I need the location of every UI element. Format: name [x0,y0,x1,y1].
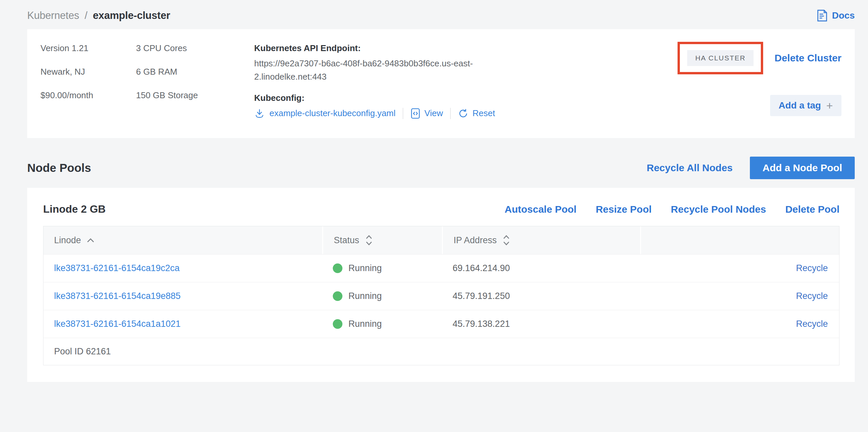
nodes-table-header: Linode Status [43,226,839,254]
sort-ascending-icon [86,238,95,243]
column-header-actions [640,226,839,254]
column-header-linode[interactable]: Linode [43,226,322,254]
resize-pool-button[interactable]: Resize Pool [596,204,651,215]
breadcrumb: Kubernetes / example-cluster [27,10,170,22]
recycle-node-button[interactable]: Recycle [796,319,828,329]
column-header-linode-label: Linode [54,235,81,246]
node-pools-title: Node Pools [27,161,91,175]
breadcrumb-kubernetes-link[interactable]: Kubernetes [27,10,79,21]
recycle-node-button[interactable]: Recycle [796,263,828,273]
ip-address: 45.79.191.250 [453,291,510,301]
recycle-node-button[interactable]: Recycle [796,291,828,301]
cluster-version: Version 1.21 [40,43,136,54]
column-header-ip-address[interactable]: IP Address [442,226,640,254]
table-footer: Pool ID 62161 [43,338,839,365]
cluster-specs-column-2: 3 CPU Cores 6 GB RAM 150 GB Storage [136,43,254,123]
column-header-status[interactable]: Status [322,226,442,254]
cluster-storage: 150 GB Storage [136,90,254,100]
pool-name: Linode 2 GB [43,203,105,215]
sort-both-icon [365,234,373,246]
node-link[interactable]: lke38731-62161-6154ca1a1021 [54,319,181,329]
view-label: View [424,108,443,119]
delete-pool-button[interactable]: Delete Pool [785,204,839,215]
api-endpoint-label: Kubernetes API Endpoint: [254,43,506,54]
kubeconfig-view-button[interactable]: View [410,108,443,119]
download-icon [254,108,265,119]
reset-icon [458,108,468,119]
code-file-icon [410,108,421,119]
nodes-table: Linode Status [43,226,839,365]
delete-cluster-button[interactable]: Delete Cluster [774,53,841,64]
ip-address: 45.79.138.221 [453,319,510,329]
cluster-ram: 6 GB RAM [136,67,254,77]
red-annotation-box: HA CLUSTER [678,42,763,74]
node-pool-card: Linode 2 GB Autoscale Pool Resize Pool R… [27,188,855,382]
status-label: Running [348,319,382,329]
top-bar: Kubernetes / example-cluster Docs [0,0,868,29]
ha-cluster-badge: HA CLUSTER [687,50,753,66]
kubeconfig-download-link[interactable]: example-cluster-kubeconfig.yaml [254,108,396,119]
status-label: Running [348,291,382,301]
kubeconfig-filename: example-cluster-kubeconfig.yaml [270,108,396,119]
summary-right-column: HA CLUSTER Delete Cluster Add a tag + [678,43,841,123]
reset-label: Reset [472,108,495,119]
docs-link[interactable]: Docs [816,9,855,22]
autoscale-pool-button[interactable]: Autoscale Pool [505,204,577,215]
node-link[interactable]: lke38731-62161-6154ca19c2ca [54,263,180,273]
kubeconfig-label: Kubeconfig: [254,93,506,103]
ha-delete-row: HA CLUSTER Delete Cluster [678,42,841,74]
kubernetes-cluster-detail-page: Kubernetes / example-cluster Docs Versio… [0,0,868,432]
divider [450,108,451,119]
api-endpoint-url: https://9e2a7307-b6ac-408f-ba62-9483b0b3… [254,57,506,84]
docs-label: Docs [832,10,855,21]
divider [403,108,403,119]
breadcrumb-separator: / [85,10,87,21]
status-running-dot [333,291,342,301]
status-cell: Running [322,291,442,301]
add-tag-button[interactable]: Add a tag + [770,95,841,116]
add-node-pool-button[interactable]: Add a Node Pool [750,157,855,179]
status-running-dot [333,319,342,329]
cluster-region: Newark, NJ [40,67,136,77]
table-row: lke38731-62161-6154ca19e885 Running 45.7… [43,282,839,310]
status-cell: Running [322,263,442,273]
add-tag-label: Add a tag [779,100,821,111]
status-running-dot [333,264,342,273]
recycle-all-nodes-button[interactable]: Recycle All Nodes [647,162,733,174]
kubeconfig-reset-button[interactable]: Reset [458,108,495,119]
column-header-ip-label: IP Address [454,235,497,246]
docs-icon [816,9,828,22]
recycle-pool-nodes-button[interactable]: Recycle Pool Nodes [671,204,766,215]
pool-id: Pool ID 62161 [43,346,322,357]
sort-both-icon [502,234,510,246]
api-endpoint-block: Kubernetes API Endpoint: https://9e2a730… [254,43,506,123]
cluster-specs-column-1: Version 1.21 Newark, NJ $90.00/month [40,43,136,123]
column-header-status-label: Status [334,235,359,246]
kubeconfig-actions-row: example-cluster-kubeconfig.yaml View [254,108,506,119]
pool-actions: Autoscale Pool Resize Pool Recycle Pool … [505,204,839,215]
table-row: lke38731-62161-6154ca1a1021 Running 45.7… [43,310,839,338]
table-row: lke38731-62161-6154ca19c2ca Running 69.1… [43,254,839,282]
cluster-cpu: 3 CPU Cores [136,43,254,54]
cluster-price: $90.00/month [40,90,136,100]
node-link[interactable]: lke38731-62161-6154ca19e885 [54,291,181,301]
plus-icon: + [826,100,833,111]
breadcrumb-cluster-name: example-cluster [93,10,170,21]
cluster-summary-card: Version 1.21 Newark, NJ $90.00/month 3 C… [27,29,855,138]
node-pools-header: Node Pools Recycle All Nodes Add a Node … [27,157,855,179]
status-label: Running [348,263,382,273]
pool-header: Linode 2 GB Autoscale Pool Resize Pool R… [43,203,839,215]
status-cell: Running [322,319,442,329]
ip-address: 69.164.214.90 [453,263,510,273]
